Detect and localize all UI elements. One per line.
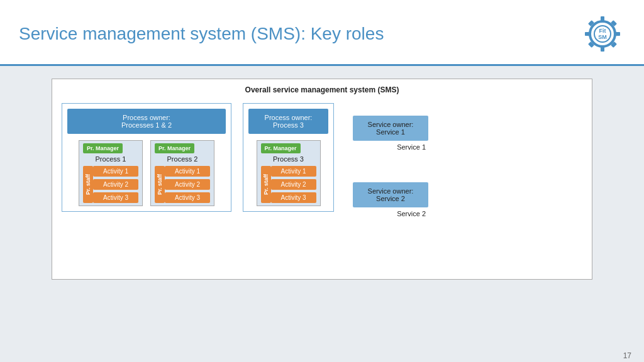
service-owner-2-box: Service owner:Service 2: [353, 182, 428, 207]
list-item: Activity 3: [271, 192, 316, 203]
list-item: Activity 2: [271, 179, 316, 190]
pr-manager-1: Pr. Manager: [83, 143, 123, 153]
pr-manager-3: Pr. Manager: [261, 143, 301, 153]
service-2-label: Service 2: [397, 210, 428, 217]
process-1-block: Pr. Manager Process 1 Pr. staff Activity…: [79, 140, 143, 206]
svg-rect-3: [601, 47, 604, 52]
list-item: Activity 1: [93, 166, 138, 177]
list-item: Activity 3: [165, 192, 210, 203]
process-1-inner: Pr. Manager Process 1 Pr. staff Activity…: [79, 140, 143, 206]
list-item: Activity 3: [93, 192, 138, 203]
process-2-inner: Pr. Manager Process 2 Pr. staff Activity…: [150, 140, 214, 206]
process-3-block: Pr. Manager Process 3 Pr. staff Activity…: [257, 140, 321, 206]
svg-text:SM: SM: [598, 34, 607, 40]
svg-rect-2: [601, 16, 604, 21]
page-number: 17: [623, 351, 631, 360]
service-owner-2-label: Service owner:Service 2: [368, 187, 414, 202]
service-owner-1-box: Service owner:Service 1: [353, 116, 428, 141]
svg-rect-5: [615, 32, 620, 36]
process-3-inner: Pr. Manager Process 3 Pr. staff Activity…: [257, 140, 321, 206]
process-2-activities: Pr. staff Activity 1 Activity 2 Activity…: [155, 166, 210, 203]
fitsm-logo: Fit SM: [580, 11, 625, 57]
process-owner-1-label: Process owner:Processes 1 & 2: [121, 114, 172, 129]
process-1-name: Process 1: [96, 155, 126, 163]
process-3-activity-list: Activity 1 Activity 2 Activity 3: [271, 166, 316, 203]
process-2-block: Pr. Manager Process 2 Pr. staff Activity…: [150, 140, 214, 206]
list-item: Activity 1: [165, 166, 210, 177]
list-item: Activity 1: [271, 166, 316, 177]
diagram-title: Overall service management system (SMS): [62, 85, 582, 94]
pr-staff-2: Pr. staff: [155, 166, 165, 203]
process-1-wrapper: Pr. Manager Process 1 Pr. staff Activity…: [79, 140, 143, 206]
main-content: Overall service management system (SMS) …: [0, 66, 644, 362]
service-2-group: Service owner:Service 2 Service 2: [353, 182, 428, 217]
pr-staff-1: Pr. staff: [83, 166, 93, 203]
service-1-label: Service 1: [397, 143, 428, 151]
process-1-activities: Pr. staff Activity 1 Activity 2 Activity…: [83, 166, 138, 203]
process-owner-1-box: Process owner:Processes 1 & 2: [67, 109, 226, 134]
diagram-container: Overall service management system (SMS) …: [52, 79, 592, 280]
list-item: Activity 2: [165, 179, 210, 190]
diagram-inner: Process owner:Processes 1 & 2 Pr. Manage…: [62, 103, 582, 217]
processes-1-2-group: Process owner:Processes 1 & 2 Pr. Manage…: [62, 103, 231, 212]
process-3-group: Process owner:Process 3 Pr. Manager Proc…: [243, 103, 334, 212]
processes-row: Pr. Manager Process 1 Pr. staff Activity…: [79, 140, 214, 206]
process-3-name: Process 3: [273, 155, 304, 163]
pr-staff-3: Pr. staff: [261, 166, 271, 203]
process-owner-2-box: Process owner:Process 3: [248, 109, 328, 134]
header: Service management system (SMS): Key rol…: [0, 0, 644, 66]
process-owner-2-label: Process owner:Process 3: [265, 114, 313, 129]
service-1-group: Service owner:Service 1 Service 1: [353, 116, 428, 151]
process-1-activity-list: Activity 1 Activity 2 Activity 3: [93, 166, 138, 203]
page-title: Service management system (SMS): Key rol…: [19, 24, 384, 44]
pr-manager-2: Pr. Manager: [155, 143, 194, 153]
list-item: Activity 2: [93, 179, 138, 190]
process-2-wrapper: Pr. Manager Process 2 Pr. staff Activity…: [150, 140, 214, 206]
service-owner-1-label: Service owner:Service 1: [368, 121, 414, 136]
process-3-activities: Pr. staff Activity 1 Activity 2 Activity…: [261, 166, 316, 203]
process-3-wrapper: Pr. Manager Process 3 Pr. staff Activity…: [257, 140, 321, 206]
process-2-name: Process 2: [167, 155, 198, 163]
svg-rect-4: [585, 32, 590, 36]
svg-text:Fit: Fit: [599, 28, 606, 34]
process-2-activity-list: Activity 1 Activity 2 Activity 3: [165, 166, 210, 203]
services-section: Service owner:Service 1 Service 1 Servic…: [353, 116, 428, 217]
